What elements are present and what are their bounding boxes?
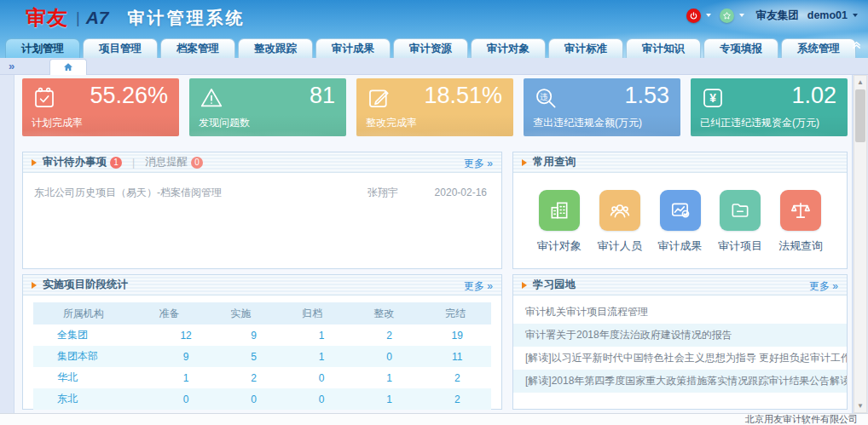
bullet-icon <box>522 159 527 166</box>
value-link[interactable]: 12 <box>152 330 220 342</box>
tab-message-reminder[interactable]: 消息提醒 0 <box>145 155 203 169</box>
tile-audit-results[interactable]: 审计成果 <box>658 190 703 254</box>
username[interactable]: demo01 <box>807 9 848 21</box>
collapse-up-icon[interactable] <box>851 39 862 50</box>
vertical-scrollbar[interactable]: ▲ ▼ <box>854 75 867 413</box>
learning-header: 学习园地 更多 » <box>513 275 847 296</box>
tab-audit-standards[interactable]: 审计标准 <box>548 38 623 58</box>
tab-special-reporting[interactable]: 专项填报 <box>703 38 778 58</box>
learning-item[interactable]: 审计机关审计项目流程管理 <box>513 301 847 324</box>
value-link[interactable]: 0 <box>287 372 356 384</box>
panel-title: 学习园地 <box>533 278 576 292</box>
tab-label: 审计知识 <box>642 42 685 56</box>
chevron-down-icon[interactable] <box>739 14 744 17</box>
stage-stats-panel: 实施项目阶段统计 更多 » 所属机构 准备 实施 归档 整改 完结 全集团 12 <box>22 274 502 410</box>
value-link[interactable]: 2 <box>423 393 491 405</box>
value-link[interactable]: 1 <box>287 330 356 342</box>
tab-label: 审计待办事项 <box>43 155 107 169</box>
chevron-down-icon[interactable] <box>853 14 858 17</box>
stat-value: 1.53 <box>624 83 669 109</box>
tab-plan-management[interactable]: 计划管理 <box>5 38 80 58</box>
value-link[interactable]: 2 <box>220 372 288 384</box>
value-link[interactable]: 1 <box>356 372 424 384</box>
value-link[interactable]: 0 <box>152 393 220 405</box>
stat-card-problems-found[interactable]: 81 发现问题数 <box>189 78 346 136</box>
todo-count-badge: 1 <box>110 157 122 169</box>
quick-query-tiles: 审计对象 审计人员 审计成果 <box>513 173 847 254</box>
stat-card-rectification-completion[interactable]: 18.51% 整改完成率 <box>356 78 513 136</box>
stat-card-plan-completion[interactable]: 55.26% 计划完成率 <box>22 78 179 136</box>
tab-audit-results[interactable]: 审计成果 <box>315 38 391 58</box>
tile-audit-projects[interactable]: 审计项目 <box>718 190 762 254</box>
value-link[interactable]: 0 <box>356 351 424 363</box>
tab-project-management[interactable]: 项目管理 <box>83 38 158 58</box>
org-link[interactable]: 华北 <box>33 370 152 385</box>
user-area: 审友集团 demo01 <box>686 6 858 25</box>
tile-label: 审计成果 <box>658 238 703 254</box>
scroll-up-icon[interactable]: ▲ <box>854 76 866 89</box>
learning-item[interactable]: 审计署关于2018年度法治政府建设情况的报告 <box>513 324 847 347</box>
value-link[interactable]: 9 <box>220 330 288 342</box>
value-link[interactable]: 1 <box>287 351 356 363</box>
value-link[interactable]: 1 <box>356 393 424 405</box>
tab-system-management[interactable]: 系统管理 <box>781 38 856 58</box>
learning-item[interactable]: [解读]2018年第四季度国家重大政策措施落实情况跟踪审计结果公告解读 <box>513 370 847 393</box>
company-name: 北京用友审计软件有限公司 <box>745 413 858 425</box>
value-link[interactable]: 11 <box>423 351 491 363</box>
value-link[interactable]: 0 <box>220 393 288 405</box>
stat-card-violation-amount[interactable]: 违 1.53 查出违纪违规金额(万元) <box>524 78 680 136</box>
tab-audit-todo[interactable]: 审计待办事项 1 <box>43 155 122 169</box>
column-header: 准备 <box>133 307 205 321</box>
scroll-down-icon[interactable]: ▼ <box>854 399 866 412</box>
sub-tab-bar: » <box>0 58 868 75</box>
expand-icon[interactable]: » <box>9 60 14 72</box>
todo-more-link[interactable]: 更多 » <box>464 157 493 171</box>
tab-audit-knowledge[interactable]: 审计知识 <box>626 38 701 58</box>
tab-archive-management[interactable]: 档案管理 <box>160 38 235 58</box>
todo-list-item[interactable]: 东北公司历史项目（易天）-档案借阅管理 张翔宇 2020-02-16 <box>23 178 501 207</box>
stat-value: 1.02 <box>791 83 836 109</box>
learning-list: 审计机关审计项目流程管理 审计署关于2018年度法治政府建设情况的报告 [解读]… <box>513 301 847 393</box>
tab-rectification-tracking[interactable]: 整改跟踪 <box>238 38 313 58</box>
tab-audit-objects[interactable]: 审计对象 <box>471 38 546 58</box>
org-name[interactable]: 审友集团 <box>756 9 799 23</box>
stage-stats-more-link[interactable]: 更多 » <box>464 279 493 294</box>
value-link[interactable]: 2 <box>423 372 491 384</box>
learning-item[interactable]: [解读]以习近平新时代中国特色社会主义思想为指导 更好担负起审计工作新职责新..… <box>513 347 847 370</box>
page: 审友 | A7 审计管理系统 审友集团 demo01 计划管理 项目管理 档案管… <box>0 0 868 425</box>
tab-label: 审计成果 <box>332 42 374 56</box>
column-header: 所属机构 <box>33 307 133 321</box>
page-footer: 北京用友审计软件有限公司 <box>0 413 868 425</box>
column-header: 实施 <box>205 307 276 321</box>
quick-query-panel: 常用查询 审计对象 审计人员 <box>512 152 848 269</box>
todo-person: 张翔宇 <box>367 186 398 200</box>
org-link[interactable]: 集团本部 <box>33 349 152 364</box>
stat-label: 查出违纪违规金额(万元) <box>533 116 642 130</box>
org-link[interactable]: 东北 <box>33 392 152 406</box>
star-icon[interactable] <box>720 9 734 23</box>
stat-card-corrected-funds[interactable]: ¥ 1.02 已纠正违纪违规资金(万元) <box>691 78 848 136</box>
value-link[interactable]: 19 <box>423 330 491 342</box>
home-tab[interactable] <box>49 59 87 75</box>
tile-regulation-query[interactable]: 法规查询 <box>778 190 823 254</box>
value-link[interactable]: 1 <box>152 372 220 384</box>
stage-stats-header: 实施项目阶段统计 更多 » <box>23 275 501 296</box>
tile-label: 审计人员 <box>598 238 642 254</box>
tab-label: 消息提醒 <box>145 155 188 169</box>
panel-title: 常用查询 <box>533 155 576 169</box>
svg-text:¥: ¥ <box>709 92 716 105</box>
power-icon[interactable] <box>686 9 701 23</box>
learning-more-link[interactable]: 更多 » <box>809 279 838 294</box>
value-link[interactable]: 5 <box>220 351 288 363</box>
tile-audit-objects[interactable]: 审计对象 <box>537 190 582 254</box>
tile-audit-personnel[interactable]: 审计人员 <box>598 190 642 254</box>
value-link[interactable]: 0 <box>287 393 356 405</box>
chevron-down-icon[interactable] <box>706 14 711 17</box>
stat-value: 18.51% <box>424 83 502 109</box>
scrollbar-thumb[interactable] <box>855 89 865 142</box>
value-link[interactable]: 2 <box>356 330 424 342</box>
tab-audit-resources[interactable]: 审计资源 <box>393 38 468 58</box>
org-link[interactable]: 全集团 <box>33 328 152 342</box>
value-link[interactable]: 9 <box>152 351 220 363</box>
tile-label: 审计项目 <box>718 238 762 254</box>
